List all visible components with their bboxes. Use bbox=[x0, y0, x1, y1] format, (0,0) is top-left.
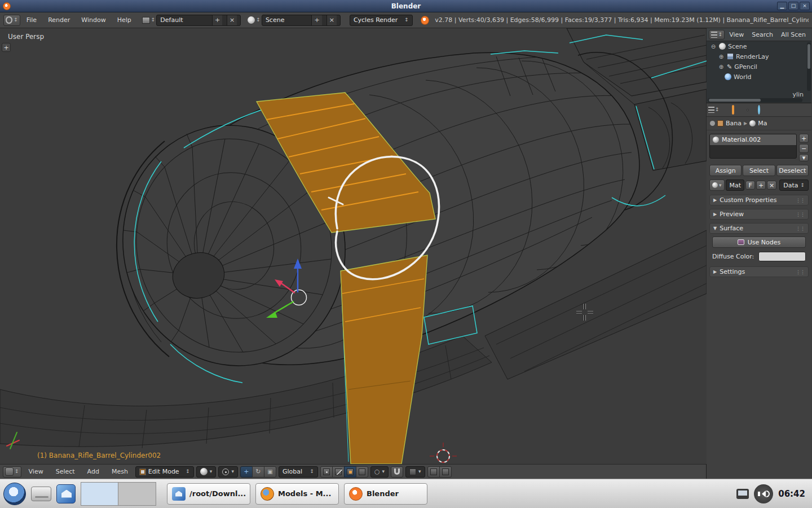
fake-user-button[interactable]: F bbox=[745, 181, 755, 190]
scene-field[interactable]: Scene + × bbox=[262, 15, 341, 26]
outliner-clipped-item-label[interactable]: ylin bbox=[792, 91, 804, 98]
outliner-row-gpencil[interactable]: ⊕ ✎ GPencil bbox=[707, 62, 811, 72]
viewport-menu-select[interactable]: Select bbox=[51, 466, 80, 477]
applications-launcher-icon[interactable] bbox=[3, 483, 26, 505]
screen-layout-browser[interactable]: ↕ bbox=[142, 17, 156, 24]
expand-icon[interactable]: ⊖ bbox=[710, 43, 717, 50]
section-settings[interactable]: ▶ Settings ⋮⋮ bbox=[709, 266, 809, 277]
material-name-field[interactable]: Mat bbox=[726, 179, 745, 191]
tab-modifiers[interactable] bbox=[740, 109, 742, 111]
tab-constraints[interactable] bbox=[736, 109, 739, 111]
outliner-item-label[interactable]: Scene bbox=[728, 43, 747, 50]
rotate-manipulator-button[interactable]: ↻ bbox=[252, 466, 264, 478]
tab-data[interactable] bbox=[743, 109, 745, 111]
taskbar-window-blender[interactable]: Blender bbox=[344, 483, 427, 505]
volume-icon[interactable] bbox=[754, 484, 773, 503]
taskbar-window-filemanager[interactable]: /root/Downl... bbox=[167, 483, 250, 505]
material-slot-list[interactable]: Material.002 bbox=[709, 134, 797, 159]
remove-slot-button[interactable]: − bbox=[799, 144, 809, 153]
outliner-item-label[interactable]: RenderLay bbox=[736, 53, 769, 60]
outliner-vertical-scrollbar[interactable] bbox=[807, 42, 811, 91]
panel-grip-icon[interactable]: ⋮⋮ bbox=[796, 198, 805, 203]
screen-layout-field[interactable]: Default + × bbox=[156, 15, 241, 26]
minimize-button[interactable]: ▁ bbox=[777, 2, 787, 10]
tab-render[interactable] bbox=[721, 109, 723, 111]
select-button[interactable]: Select bbox=[743, 165, 775, 176]
pivot-point-select[interactable]: ▾ bbox=[218, 466, 238, 478]
viewport-editor-type-button[interactable]: ↕ bbox=[3, 466, 21, 478]
outliner-row-world[interactable]: World bbox=[707, 72, 811, 82]
use-nodes-button[interactable]: Use Nodes bbox=[712, 237, 806, 248]
browse-material-button[interactable]: ▾ bbox=[709, 179, 725, 191]
tab-texture[interactable] bbox=[750, 109, 752, 111]
tab-material[interactable] bbox=[747, 109, 749, 111]
deselect-button[interactable]: Deselect bbox=[776, 165, 809, 176]
panel-grip-icon[interactable]: ⋮⋮ bbox=[796, 269, 805, 275]
translate-manipulator-button[interactable]: + bbox=[240, 466, 253, 478]
file-manager-launcher-icon[interactable] bbox=[56, 484, 76, 503]
outliner-display-filter[interactable]: All Scen bbox=[778, 29, 809, 40]
viewport-menu-mesh[interactable]: Mesh bbox=[107, 466, 133, 477]
diffuse-color-swatch[interactable] bbox=[758, 252, 806, 261]
scale-manipulator-button[interactable]: ▣ bbox=[264, 466, 276, 478]
workspace-2[interactable] bbox=[118, 483, 156, 505]
3d-viewport[interactable]: User Persp + (1) Banana_Rifle_Barrel_Cyl… bbox=[0, 28, 707, 479]
add-scene-button[interactable]: + bbox=[311, 15, 321, 25]
menu-file[interactable]: File bbox=[21, 15, 42, 25]
tab-scene[interactable] bbox=[724, 109, 726, 111]
editor-type-button[interactable]: ↕ bbox=[3, 15, 20, 26]
tab-physics[interactable] bbox=[757, 105, 761, 115]
toolshelf-expand-button[interactable]: + bbox=[2, 43, 11, 52]
add-slot-button[interactable]: + bbox=[799, 134, 809, 143]
menu-window[interactable]: Window bbox=[76, 15, 111, 25]
outliner-editor-type-button[interactable]: ↕ bbox=[709, 30, 725, 40]
vertex-select-button[interactable] bbox=[320, 466, 333, 478]
snap-element-select[interactable]: ▾ bbox=[405, 466, 425, 478]
section-surface[interactable]: ▼ Surface ⋮⋮ bbox=[709, 223, 809, 234]
tab-particles[interactable] bbox=[753, 109, 756, 111]
expand-icon[interactable]: ⊕ bbox=[718, 54, 725, 60]
display-tray-icon[interactable] bbox=[736, 489, 749, 499]
viewport-menu-view[interactable]: View bbox=[24, 466, 48, 477]
viewport-shading-select[interactable]: ▾ bbox=[196, 466, 217, 478]
section-custom-properties[interactable]: ▶ Custom Properties ⋮⋮ bbox=[709, 195, 809, 205]
delete-scene-button[interactable]: × bbox=[326, 15, 337, 25]
maximize-button[interactable]: □ bbox=[788, 2, 798, 10]
viewport-menu-add[interactable]: Add bbox=[82, 466, 104, 477]
close-button[interactable]: × bbox=[800, 2, 810, 10]
tab-object[interactable] bbox=[731, 105, 735, 115]
delete-layout-button[interactable]: × bbox=[227, 15, 237, 25]
edge-select-button[interactable] bbox=[332, 466, 345, 478]
scene-browser[interactable]: ↕ bbox=[248, 16, 261, 24]
breadcrumb-object[interactable]: Bana bbox=[726, 120, 742, 127]
snap-toggle-button[interactable] bbox=[391, 466, 403, 478]
mode-select[interactable]: Edit Mode ↕ bbox=[135, 466, 194, 478]
render-engine-select[interactable]: Cycles Render ↕ bbox=[350, 15, 413, 26]
orientation-select[interactable]: Global ↕ bbox=[279, 466, 318, 478]
section-preview[interactable]: ▶ Preview ⋮⋮ bbox=[709, 209, 809, 220]
disk-drive-icon[interactable] bbox=[31, 487, 51, 501]
opengl-render-button[interactable] bbox=[427, 466, 440, 478]
material-link-select[interactable]: Data ↕ bbox=[779, 179, 809, 191]
face-select-button[interactable] bbox=[344, 466, 356, 478]
assign-button[interactable]: Assign bbox=[709, 165, 742, 176]
outliner-item-label[interactable]: GPencil bbox=[734, 63, 757, 71]
menu-help[interactable]: Help bbox=[112, 15, 136, 25]
workspace-1[interactable] bbox=[81, 483, 118, 505]
add-layout-button[interactable]: + bbox=[212, 15, 222, 25]
outliner-row-scene[interactable]: ⊖ Scene bbox=[707, 41, 811, 51]
new-material-button[interactable]: + bbox=[756, 181, 766, 190]
panel-grip-icon[interactable]: ⋮⋮ bbox=[796, 212, 805, 217]
unlink-material-button[interactable]: × bbox=[767, 181, 776, 190]
panel-grip-icon[interactable]: ⋮⋮ bbox=[796, 226, 805, 231]
properties-editor-type-button[interactable]: ↕ bbox=[708, 107, 720, 113]
outliner-horizontal-scrollbar[interactable] bbox=[708, 98, 802, 102]
expand-icon[interactable]: ⊕ bbox=[718, 64, 725, 70]
opengl-render-anim-button[interactable] bbox=[439, 466, 452, 478]
material-slot-row[interactable]: Material.002 bbox=[710, 134, 796, 145]
outliner-item-label[interactable]: World bbox=[734, 73, 752, 81]
breadcrumb-material[interactable]: Ma bbox=[758, 120, 767, 127]
slot-specials-button[interactable]: ▾ bbox=[799, 154, 809, 161]
outliner-menu-search[interactable]: Search bbox=[748, 29, 776, 40]
tab-world[interactable] bbox=[727, 109, 730, 111]
